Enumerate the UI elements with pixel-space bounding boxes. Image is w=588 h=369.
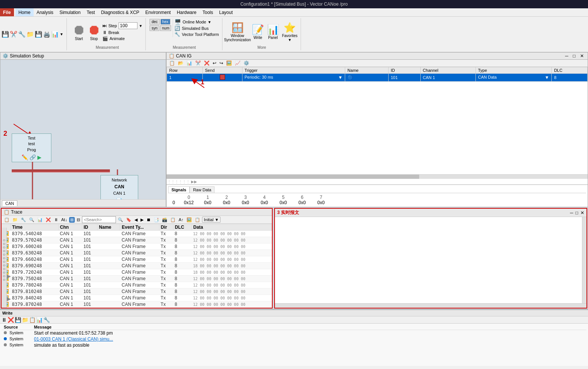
can-ig-close[interactable]: ✕ [579,53,585,59]
tb-sort[interactable]: A↑ [177,217,185,222]
tb-icon6[interactable]: ❌ [45,217,52,223]
ig-tb-undo[interactable]: ↩ [211,60,218,66]
table-row[interactable]: 1 Periodic: 30 ms ▼ 🔵 101 CAN 1 CAN Data [167,74,588,82]
write-tb-play[interactable]: ⏸ [2,317,7,323]
test-node[interactable]: TesttestProg ✏️ 🔗 ▶ [12,133,51,162]
trace-row[interactable]: 🖼️ 8379.840248 CAN 1 101 CAN Frame Tx 8 … [2,295,272,301]
nav-arrow-down[interactable]: ▶ [7,273,11,279]
test-node-link-icon[interactable]: 🔗 [29,154,36,160]
dec-button[interactable]: dec [150,19,159,25]
trace-row[interactable]: 🖼️ 8379.720248 CAN 1 101 CAN Frame Tx 8 … [2,269,272,276]
ig-tb-redo[interactable]: ↪ [218,60,224,66]
write-tb-icon3[interactable]: 🔧 [43,317,50,323]
right-panel-close[interactable]: ✕ [580,210,584,216]
quick-icon7[interactable]: 📊 [51,31,59,38]
tb-col1[interactable]: 📑 [153,217,160,223]
nav-arrow-up[interactable]: ▶ [7,296,11,302]
write-tb-save[interactable]: 💾 [15,317,21,323]
quick-save-icon[interactable]: 💾 [2,31,9,38]
num-button[interactable]: num [160,25,171,31]
write-tb-clear[interactable]: ❌ [8,317,14,323]
trace-row[interactable]: 🖼️ 8379.570248 CAN 1 101 CAN Frame Tx 8 … [2,237,272,243]
tb-col3[interactable]: 📋 [169,217,177,223]
tb-view1[interactable]: 🖼️ [185,217,193,223]
write-tb-icon2[interactable]: 📊 [36,317,43,323]
ig-tb-icon8[interactable]: ⚙️ [242,60,250,66]
trace-row[interactable]: 🖼️ 8379.690248 CAN 1 101 CAN Frame Tx 8 … [2,263,272,269]
menu-analysis[interactable]: Analysis [34,8,57,16]
menu-test[interactable]: Test [83,8,98,16]
ig-tb-icon5[interactable]: ❌ [203,60,211,66]
trace-row[interactable]: 🖼️ 8379.660248 CAN 1 101 CAN Frame Tx 8 … [2,256,272,263]
menu-home[interactable]: Home [15,8,34,16]
trigger-dropdown[interactable]: ▼ [338,75,343,80]
tb-view2[interactable]: 📋 [194,217,201,223]
trace-row[interactable]: 🖼️ 8379.780248 CAN 1 101 CAN Frame Tx 8 … [2,282,272,288]
online-mode-dropdown[interactable]: ▼ [208,20,211,24]
can-tab[interactable]: CAN [2,200,17,206]
ig-tb-icon4[interactable]: ✂️ [194,60,202,66]
tb-bookmark[interactable]: 🔖 [125,217,133,223]
tb-search-icon[interactable]: 🔍 [117,217,124,223]
can-ig-maximize[interactable]: □ [571,53,577,59]
trace-row[interactable]: 🖼️ 8379.600248 CAN 1 101 CAN Frame Tx 8 … [2,243,272,250]
panel-button[interactable]: 📊 Panel [267,24,279,40]
test-node-edit-icon[interactable]: ✏️ [22,154,28,160]
trace-row[interactable]: 🖼️ 8379.630248 CAN 1 101 CAN Frame Tx 8 … [2,250,272,256]
menu-layout[interactable]: Layout [216,8,236,16]
quick-icon5[interactable]: 💾 [35,31,42,38]
menu-diagnostics[interactable]: Diagnostics & XCP [98,8,142,16]
write-link[interactable]: 01-0003 CAN 1 (Classical CAN) simu... [34,336,113,342]
menu-environment[interactable]: Environment [142,8,174,16]
tb-icon7[interactable]: ⏸ [53,217,59,222]
right-panel-minimize[interactable]: ─ [570,210,573,216]
favorites-button[interactable]: ⭐ Favorites ▼ [282,22,298,42]
stop-button[interactable]: ⏺ Stop [87,23,101,41]
trace-row[interactable]: 🖼️ 8379.540248 CAN 1 101 CAN Frame Tx 8 … [2,231,272,237]
quick-icon3[interactable]: 🔧 [18,31,26,38]
tb-filter1[interactable]: ⊞ [69,217,75,223]
search-input[interactable] [82,216,116,223]
trace-scroll[interactable]: Time Chn ID Name Event Ty... Dir DLC Dat… [2,224,272,308]
write-tb-open[interactable]: 📁 [22,317,28,323]
hex-button[interactable]: hex [161,19,170,25]
step-input[interactable] [119,22,137,29]
tb-icon2[interactable]: 📁 [11,217,19,223]
tb-icon4[interactable]: 🔍 [28,217,35,223]
window-sync-button[interactable]: 🪟 Window Synchronization [226,22,249,42]
menu-hardware[interactable]: Hardware [174,8,199,16]
tb-filter2[interactable]: ⊟ [76,217,81,223]
cell-send[interactable] [202,74,242,82]
quick-icon6[interactable]: 🖨️ [43,31,51,38]
quick-dropdown[interactable]: ▼ [60,32,63,36]
syn-button[interactable]: syn [150,25,159,31]
ig-tb-icon3[interactable]: 📊 [185,60,193,66]
right-panel-hscrollbar[interactable] [275,303,586,308]
tb-icon1[interactable]: 📋 [3,217,11,223]
step-dropdown[interactable]: ▼ [139,24,143,28]
right-panel-scrollbar[interactable] [582,217,586,303]
tb-icon3[interactable]: 🔧 [20,217,27,223]
type-dropdown[interactable]: ▼ [545,75,549,80]
menu-simulation[interactable]: Simulation [56,8,83,16]
trace-row[interactable]: 🖼️ 8379.750248 CAN 1 101 CAN Frame Tx 8 … [2,276,272,282]
right-panel-maximize[interactable]: □ [576,210,578,216]
favorites-dropdown[interactable]: ▼ [288,38,292,42]
trace-row[interactable]: 🖼️ 8379.870248 CAN 1 101 CAN Frame Tx 8 … [2,301,272,308]
ig-tb-icon7[interactable]: 📈 [234,60,242,66]
menu-file[interactable]: File [0,8,14,16]
write-tb-icon1[interactable]: 📋 [29,317,35,323]
tb-at[interactable]: At↓ [60,217,68,222]
tb-initial[interactable]: Initial ▼ [202,217,221,223]
ig-scrollbar-h[interactable] [167,174,588,179]
trace-row[interactable]: 🖼️ 8379.810248 CAN 1 101 CAN Frame Tx 8 … [2,288,272,295]
start-button[interactable]: ⏺ Start [72,23,86,41]
ig-tb-icon6[interactable]: 🖼️ [225,60,233,66]
ig-tb-icon2[interactable]: 📂 [177,60,185,66]
tab-raw-data[interactable]: Raw Data [190,186,215,193]
tb-icon5[interactable]: 📊 [36,217,44,223]
tb-stop[interactable]: ⏹ [145,217,152,222]
can-ig-minimize[interactable]: ─ [563,53,570,59]
quick-icon4[interactable]: 📁 [26,31,34,38]
test-node-play-icon[interactable]: ▶ [37,154,42,160]
